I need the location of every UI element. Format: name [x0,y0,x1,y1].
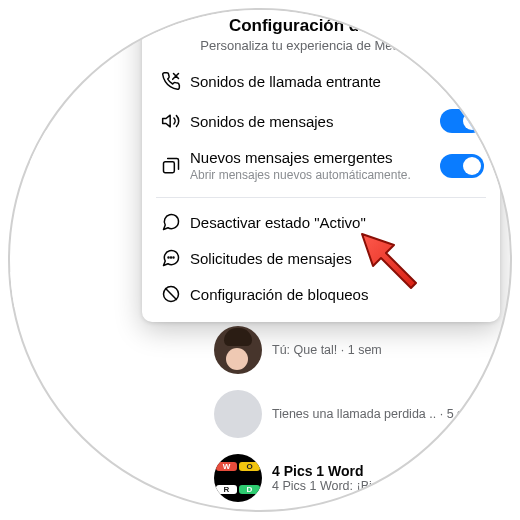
sidebar-more-button[interactable]: ••• [8,272,110,307]
phone-in-icon [158,71,184,91]
separator [156,197,486,198]
row-label: Sonidos de llamada entrante [190,73,440,90]
sidebar-item-activity[interactable]: tividad [8,130,110,162]
block-icon [158,284,184,304]
message-requests-icon [158,248,184,268]
chat-item[interactable]: Tienes una llamada perdida .. · 5 se [208,382,512,446]
right-badge[interactable]: ac. [496,104,512,134]
row-label: Sonidos de mensajes [190,113,440,130]
chat-item[interactable]: Darts FRVR In… [208,510,512,512]
avatar: WORD [214,454,262,502]
row-label: Desactivar estado "Activo" [190,214,484,231]
chat-settings-panel: Configuración del chat Personaliza tu ex… [142,8,500,322]
panel-subtitle: Personaliza tu experiencia de Messenger. [152,38,490,53]
avatar [214,326,262,374]
badge-label: ac. [503,112,512,126]
chat-off-icon [158,212,184,232]
row-hint: Abrir mensajes nuevos automáticamente. [190,168,440,183]
svg-point-2 [171,257,172,258]
chat-item[interactable]: WORD 4 Pics 1 Word 4 Pics 1 Word: ¡Bienv… [208,446,512,510]
toggle-incoming-call-sounds[interactable] [440,69,484,93]
svg-point-1 [168,257,169,258]
left-sidebar: tividad ••• [8,130,110,307]
avatar [214,390,262,438]
toggle-message-sounds[interactable] [440,109,484,133]
row-label: Solicitudes de mensajes [190,250,484,267]
panel-title: Configuración del chat [152,16,490,36]
row-disable-active-status[interactable]: Desactivar estado "Activo" [152,204,490,240]
speaker-icon [158,111,184,131]
chat-preview: Tienes una llamada perdida .. · 5 se [272,407,512,421]
chat-list: Tú: Que tal! · 1 sem Tienes una llamada … [208,318,512,512]
popup-icon [158,156,184,176]
circular-viewport: tividad ••• ac. Configuración del chat P… [8,8,512,512]
row-message-sounds[interactable]: Sonidos de mensajes [152,101,490,141]
chat-name: 4 Pics 1 Word [272,463,512,479]
svg-rect-0 [164,162,175,173]
row-label: Configuración de bloqueos [190,286,484,303]
chat-preview: Tú: Que tal! · 1 sem [272,343,512,357]
row-popup-messages[interactable]: Nuevos mensajes emergentes Abrir mensaje… [152,141,490,191]
svg-point-3 [173,257,174,258]
row-label: Nuevos mensajes emergentes [190,149,440,166]
toggle-popup-messages[interactable] [440,154,484,178]
chat-preview: 4 Pics 1 Word: ¡Bienvenido … [272,479,512,493]
chat-item[interactable]: Tú: Que tal! · 1 sem [208,318,512,382]
row-block-settings[interactable]: Configuración de bloqueos [152,276,490,312]
row-message-requests[interactable]: Solicitudes de mensajes [152,240,490,276]
row-incoming-call-sounds[interactable]: Sonidos de llamada entrante [152,61,490,101]
